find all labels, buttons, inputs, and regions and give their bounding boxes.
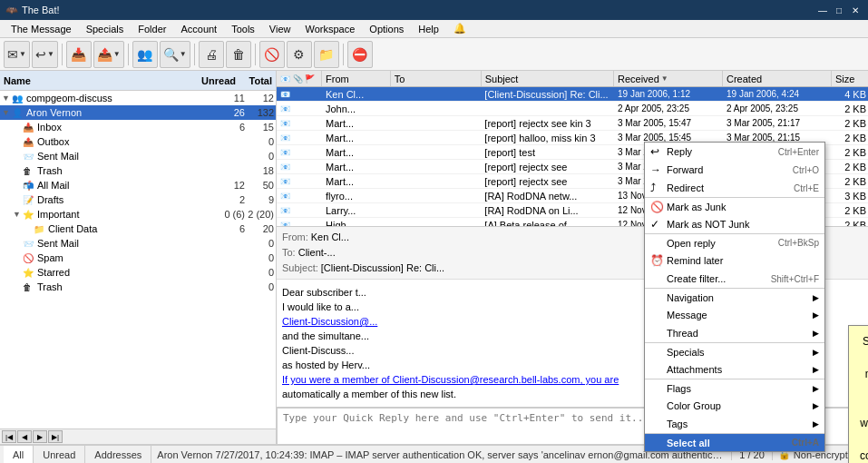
folder-total: 20: [245, 223, 274, 234]
folder-item[interactable]: ▼⭐Important0 (6)2 (20): [0, 207, 276, 222]
msg-header-from[interactable]: From: [322, 71, 391, 86]
folder-item[interactable]: ▼👥compgeom-discuss1112: [0, 91, 276, 105]
folder-icon: ⭐: [23, 268, 35, 278]
ctx-item-label: Redirect: [667, 182, 786, 193]
stop-button[interactable]: ⛔: [347, 41, 373, 68]
folder-icon: 📨: [23, 152, 35, 162]
menu-item-1[interactable]: Specials: [79, 22, 132, 36]
context-menu-item-flags[interactable]: Flags ▶: [645, 379, 824, 397]
close-button[interactable]: ✕: [848, 3, 863, 17]
ctx-item-label: Open reply: [667, 238, 771, 249]
search-button[interactable]: 🔍▼: [160, 41, 190, 68]
msg-row-subject: [Client-Discussion] Re: Cli...: [481, 89, 614, 100]
menu-item-0[interactable]: The Message: [4, 22, 79, 36]
folder-item[interactable]: 📨Sent Mail0: [0, 149, 276, 163]
msg-header-size: Size: [832, 71, 868, 86]
menu-item-2[interactable]: Folder: [131, 22, 173, 36]
nav-last-button[interactable]: ▶|: [48, 430, 63, 443]
context-menu: ↩ Reply Ctrl+Enter → Forward Ctrl+O ⤴ Re…: [644, 142, 825, 452]
context-menu-item-color-group[interactable]: Color Group ▶: [645, 397, 824, 415]
preview-link[interactable]: Client-Discussion@...: [282, 316, 377, 327]
ctx-item-label: Specials: [667, 347, 809, 358]
folder-icon: 📁: [34, 224, 46, 234]
folder-item[interactable]: 📬All Mail1250: [0, 178, 276, 192]
context-menu-item-forward[interactable]: → Forward Ctrl+O: [645, 161, 824, 179]
status-tab-addresses[interactable]: Addresses: [85, 446, 151, 463]
minimize-button[interactable]: —: [815, 3, 830, 17]
message-row[interactable]: 📧 Ken Cl... [Client-Discussion] Re: Cli.…: [277, 87, 868, 102]
context-menu-item-attachments[interactable]: Attachments ▶: [645, 360, 824, 379]
ctx-item-icon: ✓: [650, 218, 659, 231]
folder-item[interactable]: ⭐Starred0: [0, 265, 276, 280]
context-menu-item-create-filter...[interactable]: Create filter... Shift+Ctrl+F: [645, 270, 824, 288]
nav-first-button[interactable]: |◀: [2, 430, 16, 443]
delete-button[interactable]: 🗑: [226, 41, 251, 68]
filter-button[interactable]: ⚙: [287, 41, 312, 68]
nav-next-button[interactable]: ▶: [33, 430, 47, 443]
preview-link[interactable]: If you were a member of Client-Discussio…: [282, 374, 619, 385]
msg-row-icons: 📧: [277, 104, 322, 113]
folder-unread-col: Unread: [200, 75, 236, 86]
msg-row-from: Mart...: [322, 162, 390, 172]
folder-total: 0: [245, 252, 274, 263]
folder-item[interactable]: 📥Inbox615: [0, 120, 276, 134]
folder-icon: ⭐: [23, 210, 35, 220]
context-menu-item-thread[interactable]: Thread ▶: [645, 324, 824, 342]
reply-button[interactable]: ↩▼: [32, 41, 58, 68]
msg-row-from: Mart...: [322, 118, 390, 129]
message-row[interactable]: 📧 Mart... [report] rejectx see kin 3 3 M…: [277, 116, 868, 131]
menu-item-8[interactable]: Help: [411, 22, 446, 36]
folder-unread: 11: [212, 93, 245, 103]
context-menu-item-mark-as-junk[interactable]: 🚫 Mark as Junk: [645, 197, 824, 215]
menu-item-4[interactable]: Tools: [224, 22, 262, 36]
folder-name-col: Name: [4, 75, 200, 86]
folder-name: compgeom-discuss: [26, 93, 212, 103]
context-menu-item-message[interactable]: Message ▶: [645, 306, 824, 324]
msg-row-size: 2 KB: [832, 162, 868, 172]
address-book-button[interactable]: 👥: [132, 41, 158, 68]
folder-name: Starred: [37, 267, 212, 278]
nav-prev-button[interactable]: ◀: [17, 430, 32, 443]
app-title: The Bat!: [22, 5, 60, 15]
ctx-item-arrow: ▶: [813, 329, 819, 338]
folder-item[interactable]: 📤Outbox0: [0, 134, 276, 149]
folder-total: 50: [245, 180, 274, 191]
status-tab-all[interactable]: All: [4, 446, 34, 463]
folder-icon: 📬: [23, 181, 35, 191]
folder-item[interactable]: 📝Drafts29: [0, 192, 276, 207]
status-tab-unread[interactable]: Unread: [34, 446, 85, 463]
context-menu-item-open-reply[interactable]: Open reply Ctrl+BkSp: [645, 233, 824, 251]
menu-item-7[interactable]: Options: [362, 22, 411, 36]
send-button[interactable]: 📤▼: [93, 41, 124, 68]
get-mail-button[interactable]: 📥: [66, 41, 92, 68]
move-button[interactable]: 📁: [314, 41, 339, 68]
ctx-item-label: Remind later: [667, 255, 819, 266]
menu-item-9[interactable]: 🔔: [446, 21, 473, 36]
message-row[interactable]: 📧 John... 2 Apr 2005, 23:25 2 Apr 2005, …: [277, 102, 868, 116]
context-menu-item-mark-as-not-junk[interactable]: ✓ Mark as NOT Junk: [645, 215, 824, 233]
folder-item[interactable]: ▼👤Aron Vernon26132: [0, 105, 276, 120]
folder-item[interactable]: 🗑Trash0: [0, 280, 276, 294]
folder-item[interactable]: 🚫Spam0: [0, 251, 276, 265]
context-menu-item-reply[interactable]: ↩ Reply Ctrl+Enter: [645, 143, 824, 161]
msg-row-from: Larry...: [322, 205, 390, 216]
context-menu-item-remind-later[interactable]: ⏰ Remind later: [645, 251, 824, 270]
context-menu-item-select-all[interactable]: Select all Ctrl+A: [645, 433, 824, 451]
ctx-item-label: Navigation: [667, 292, 809, 303]
context-menu-item-specials[interactable]: Specials ▶: [645, 342, 824, 360]
context-menu-item-redirect[interactable]: ⤴ Redirect Ctrl+E: [645, 179, 824, 197]
context-menu-item-tags[interactable]: Tags ▶: [645, 415, 824, 433]
menu-item-3[interactable]: Account: [173, 22, 224, 36]
folder-item[interactable]: 📨Sent Mail0: [0, 236, 276, 251]
spam-button[interactable]: 🚫: [259, 41, 285, 68]
maximize-button[interactable]: □: [832, 3, 846, 17]
print-button[interactable]: 🖨: [199, 41, 224, 68]
ctx-item-label: Tags: [667, 419, 809, 429]
menu-item-6[interactable]: Workspace: [298, 22, 363, 36]
folder-item[interactable]: 🗑Trash18: [0, 163, 276, 178]
folder-name: Inbox: [37, 122, 212, 133]
folder-item[interactable]: 📁Client Data620: [0, 222, 276, 236]
new-message-button[interactable]: ✉▼: [4, 41, 30, 68]
menu-item-5[interactable]: View: [262, 22, 298, 36]
context-menu-item-navigation[interactable]: Navigation ▶: [645, 288, 824, 306]
